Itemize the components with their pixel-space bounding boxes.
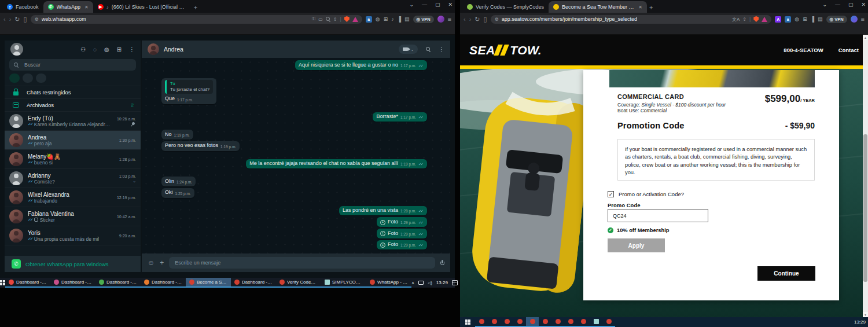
download-banner[interactable]: ✆ Obtener WhatsApp para Windows xyxy=(5,256,141,272)
clock[interactable]: 13:29 xyxy=(436,280,448,285)
taskbar-item[interactable]: Become a Sea ... xyxy=(186,278,231,288)
my-avatar[interactable] xyxy=(10,43,23,56)
bookmark-favicon[interactable] xyxy=(575,27,582,33)
bookmark-favicon[interactable] xyxy=(466,27,472,33)
forward-icon[interactable]: › xyxy=(469,16,472,23)
search-input[interactable] xyxy=(23,61,131,68)
status-icon[interactable]: ◌ xyxy=(93,46,97,53)
address-bar[interactable]: ⚙ app.seatow.com/members/join/membership… xyxy=(491,15,772,24)
phone-link[interactable]: 800-4-SEATOW xyxy=(784,47,823,53)
bookmark-favicon[interactable] xyxy=(478,27,484,33)
chat-list-item[interactable]: Andrea ✓✓ pero aja 1:30 p.m. xyxy=(5,131,141,150)
rewards-triangle-icon[interactable] xyxy=(352,17,358,22)
menu-icon[interactable]: ≡ xyxy=(861,16,865,23)
close-button[interactable]: ✕ xyxy=(448,2,453,8)
page-scrollbar[interactable]: ▲ ▼ xyxy=(863,35,868,317)
chat-list-item[interactable]: Endy (Tú) ✓✓ Karen Kimberly Erianna Alej… xyxy=(5,112,141,131)
bookmark-favicon[interactable] xyxy=(539,27,545,33)
taskbar-item[interactable]: Dashboard - Br... xyxy=(5,278,50,288)
bookmark-favicon[interactable] xyxy=(30,27,36,33)
video-call-button[interactable]: ⌄ xyxy=(399,45,418,54)
chat-message[interactable]: No 1:19 p.m. xyxy=(161,130,193,139)
menu-icon[interactable]: ≡ xyxy=(448,16,451,23)
share-icon[interactable]: ⇧ xyxy=(333,17,337,22)
browser-tab[interactable]: ▶ ♪ (660) Lil Skies - Lust |Official Mu.… xyxy=(93,1,192,13)
contact-link[interactable]: Contact xyxy=(838,47,859,53)
forward-icon[interactable]: › xyxy=(9,16,12,23)
translate-icon[interactable]: 文A xyxy=(732,16,740,23)
minimize-button[interactable]: — xyxy=(422,2,427,8)
maximize-button[interactable]: ▢ xyxy=(848,2,854,8)
minimize-button[interactable]: — xyxy=(835,2,840,8)
filter-pill[interactable] xyxy=(9,74,20,83)
special-chat-row[interactable]: Chats restringidos xyxy=(5,86,141,99)
apply-button[interactable]: Apply xyxy=(608,238,665,252)
new-chat-icon[interactable]: ⊞ xyxy=(117,46,122,53)
search-in-chat-icon[interactable] xyxy=(426,47,431,52)
tab-search-icon[interactable]: ⌄ xyxy=(409,2,414,8)
profile-avatar[interactable] xyxy=(851,16,858,23)
bookmark-favicon[interactable] xyxy=(42,27,49,33)
reload-icon[interactable]: ↻ xyxy=(14,16,20,23)
emoji-icon[interactable]: ☺ xyxy=(148,259,155,267)
taskbar-item[interactable]: Dashboard - Br... xyxy=(231,278,276,288)
browser-tab[interactable]: Verify Codes — SimplyCodes ✕ xyxy=(462,1,549,13)
password-key-icon[interactable]: ⚿ xyxy=(312,16,315,22)
tab-close-icon[interactable]: ✕ xyxy=(637,5,642,10)
site-settings-icon[interactable]: ⚙ xyxy=(495,17,499,22)
taskbar-item[interactable] xyxy=(590,317,602,327)
chat-message[interactable]: 1 Foto 1:29 p.m. ✓✓ xyxy=(377,229,427,238)
chat-message[interactable]: 1 Foto 1:29 p.m. ✓✓ xyxy=(377,217,427,227)
taskbar-item[interactable] xyxy=(526,317,539,327)
rewards-triangle-icon[interactable] xyxy=(762,17,767,22)
action-center-icon[interactable] xyxy=(452,280,458,285)
bookmark-icon[interactable]: ▯ xyxy=(24,16,27,23)
taskbar-item[interactable]: Dashboard - Br... xyxy=(50,278,95,288)
a-extension-icon[interactable]: A xyxy=(775,16,781,23)
filter-pill[interactable] xyxy=(23,74,33,83)
bookmark-favicon[interactable] xyxy=(490,27,496,33)
volume-icon[interactable]: ◁) xyxy=(428,281,432,285)
browser-tab[interactable]: Become a Sea Tow Member | Se... ✕ xyxy=(549,1,647,13)
taskbar-item[interactable] xyxy=(488,317,501,327)
taskbar-item[interactable]: Dashboard - Br... xyxy=(141,278,186,288)
attach-plus-icon[interactable]: + xyxy=(160,259,164,267)
tab-search-icon[interactable]: ⌄ xyxy=(822,2,827,8)
continue-button[interactable]: Continue xyxy=(757,266,815,281)
chat-message[interactable]: Olin 1:24 p.m. xyxy=(161,177,196,186)
bookmark-icon[interactable]: ▯ xyxy=(484,16,487,23)
taskbar-item[interactable] xyxy=(501,317,513,327)
contact-avatar[interactable] xyxy=(148,43,159,55)
bookmark-favicon[interactable] xyxy=(514,27,521,33)
chat-message[interactable]: Tú Tu jorraste el chat? Que 1:17 p.m. xyxy=(161,78,216,104)
music-extension-icon[interactable]: ♪ xyxy=(391,16,394,22)
tray-chevron-icon[interactable]: ∧ xyxy=(411,281,414,285)
brave-shield-icon[interactable] xyxy=(753,16,759,22)
mic-icon[interactable] xyxy=(440,260,444,266)
chat-message[interactable]: Borraste* 1:17 p.m. ✓✓ xyxy=(373,112,427,122)
bookmark-favicon[interactable] xyxy=(18,27,24,33)
message-input[interactable] xyxy=(169,257,435,269)
new-tab-button[interactable]: + xyxy=(649,4,653,11)
bookmark-favicon[interactable] xyxy=(54,27,61,33)
special-chat-row[interactable]: Archivados 2 xyxy=(5,99,141,112)
chat-list-item[interactable]: Adrianny ✓✓ Comiste? 1:03 p.m. ⌄ xyxy=(5,169,141,188)
maximize-button[interactable]: ▢ xyxy=(435,2,440,8)
taskbar-item[interactable] xyxy=(539,317,551,327)
profile-avatar[interactable] xyxy=(437,16,444,23)
browser-tab[interactable]: ✆ ♪ WhatsApp ✕ xyxy=(43,1,93,13)
taskbar-item[interactable]: Dashboard - Br... xyxy=(95,278,141,288)
taskbar-item[interactable] xyxy=(513,317,526,327)
address-bar[interactable]: ⚙ web.whatsapp.com ⚿ ▭ ⇧ | xyxy=(31,15,362,24)
translate-extension-icon[interactable]: a xyxy=(785,16,791,23)
chat-list-item[interactable]: Wixel Alexandra ✓✓ trabajando 12:19 p.m. xyxy=(5,188,141,207)
reload-icon[interactable]: ↻ xyxy=(475,16,480,23)
puzzle-extension-icon[interactable]: ⊞ xyxy=(384,16,388,22)
start-button[interactable] xyxy=(460,317,475,327)
chat-list-item[interactable]: Melany🍓🧸 ✓✓ bueno si 1:28 p.m. xyxy=(5,150,141,169)
chat-list-item[interactable]: Fabiana Valentina ✓✓ Sticker 10:42 a.m. xyxy=(5,207,141,226)
wallet-icon[interactable]: ▤ xyxy=(818,16,823,22)
taskbar-item[interactable] xyxy=(475,317,488,327)
promo-code-input[interactable] xyxy=(608,209,708,222)
promo-checkbox[interactable]: ✓ xyxy=(608,191,614,197)
